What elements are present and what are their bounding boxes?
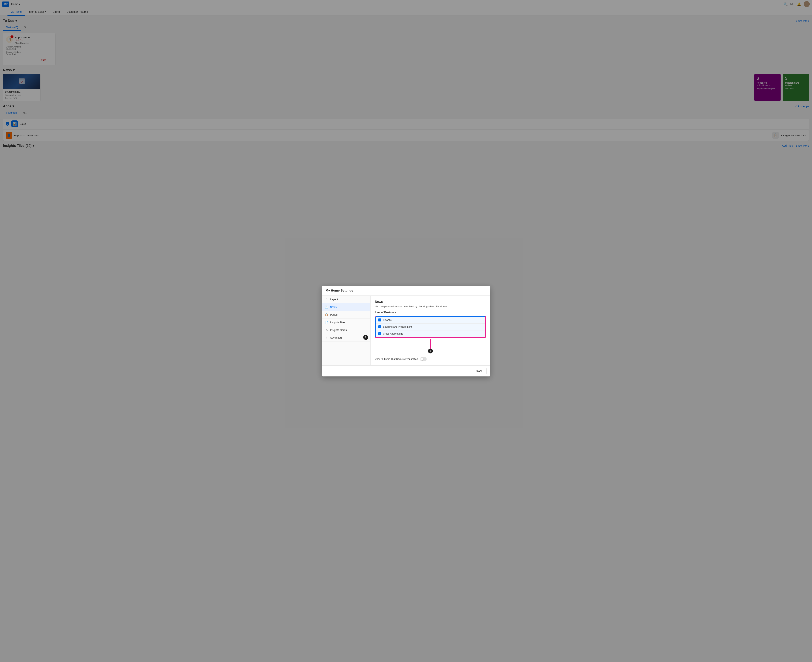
advanced-label: Advanced (330, 336, 367, 339)
checkbox-sourcing-cb[interactable] (378, 325, 381, 328)
dialog-body: ⠿ Layout › 📄 News › 📋 Pages › 📄 Insights (322, 296, 490, 365)
pages-arrow: › (367, 313, 367, 316)
content-title: News (375, 300, 486, 304)
insights-cards-arrow: › (367, 329, 367, 331)
checkbox-list: Finance Sourcing and Procurement Cross A… (375, 317, 486, 337)
modal-overlay[interactable]: My Home Settings ⠿ Layout › 📄 News › 📋 P… (0, 0, 812, 662)
sidebar-item-pages[interactable]: 📋 Pages › (322, 311, 370, 319)
dialog: My Home Settings ⠿ Layout › 📄 News › 📋 P… (322, 286, 490, 376)
checkbox-highlight: Finance Sourcing and Procurement Cross A… (375, 316, 486, 338)
layout-label: Layout (330, 298, 365, 301)
insights-tiles-icon: 📄 (325, 321, 328, 324)
dialog-header: My Home Settings (322, 286, 490, 296)
checkbox-sourcing[interactable]: Sourcing and Procurement (376, 323, 485, 331)
checkbox-finance[interactable]: Finance (376, 317, 485, 323)
dialog-content-area: News You can personalize your news feed … (371, 296, 490, 365)
dialog-footer: Close (322, 365, 490, 376)
advanced-icon: ⠿ (325, 336, 328, 339)
pages-label: Pages (330, 313, 365, 316)
toggle-row: View All Items That Require Preparation (375, 357, 486, 361)
checkbox-cross-label: Cross Applications (383, 332, 403, 335)
annotation-2-connector: 2 (375, 339, 486, 353)
sidebar-item-news[interactable]: 📄 News › (322, 303, 370, 311)
dialog-title: My Home Settings (326, 289, 353, 292)
news-menu-label: News (330, 305, 365, 309)
sidebar-item-layout[interactable]: ⠿ Layout › (322, 296, 370, 303)
sidebar-item-advanced[interactable]: ⠿ Advanced (322, 334, 370, 342)
insights-cards-icon: 🗂 (325, 329, 328, 331)
news-menu-arrow: › (367, 306, 367, 309)
sidebar-item-insights-cards[interactable]: 🗂 Insights Cards › (322, 326, 370, 334)
content-desc: You can personalize your news feed by ch… (375, 305, 486, 308)
insights-tiles-label: Insights Tiles (330, 321, 365, 324)
toggle-knob (420, 358, 423, 360)
close-button[interactable]: Close (472, 368, 487, 374)
content-subtitle: Line of Business (375, 311, 486, 314)
news-menu-icon: 📄 (325, 305, 328, 309)
pages-icon: 📋 (325, 313, 328, 316)
checkbox-cross-apps[interactable]: Cross Applications (376, 331, 485, 337)
insights-tiles-arrow: › (367, 321, 367, 324)
connector-line (430, 339, 431, 349)
checkbox-annotation-wrap: Finance Sourcing and Procurement Cross A… (375, 316, 486, 353)
toggle-switch[interactable] (420, 357, 427, 361)
annotation-2-badge: 2 (428, 349, 433, 353)
sidebar-item-insights-tiles[interactable]: 📄 Insights Tiles › (322, 319, 370, 326)
layout-icon: ⠿ (325, 298, 328, 301)
insights-cards-label: Insights Cards (330, 329, 365, 331)
checkbox-finance-label: Finance (383, 318, 392, 321)
checkbox-sourcing-label: Sourcing and Procurement (383, 325, 412, 328)
dialog-sidebar: ⠿ Layout › 📄 News › 📋 Pages › 📄 Insights (322, 296, 371, 365)
layout-arrow: › (367, 298, 367, 301)
toggle-label: View All Items That Require Preparation (375, 358, 418, 360)
checkbox-finance-cb[interactable] (378, 318, 381, 321)
checkbox-cross-cb[interactable] (378, 332, 381, 335)
